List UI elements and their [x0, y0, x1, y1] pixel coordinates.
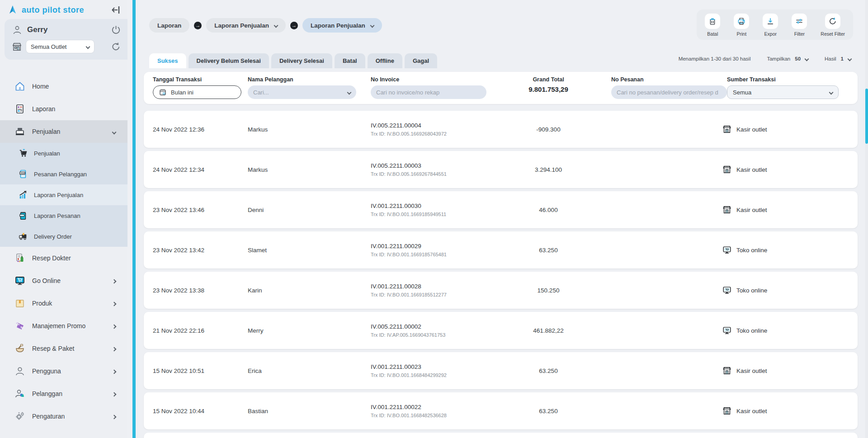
reset-filter-button[interactable]: Reset Filter [821, 14, 845, 37]
storefront-icon [722, 124, 732, 134]
breadcrumb-report-select[interactable]: Laporan Penjualan [302, 18, 382, 33]
transaction-row[interactable]: 23 Nov 2022 13:38 Karin IV.001.2211.0002… [144, 272, 858, 309]
no-invoice-input[interactable] [376, 89, 481, 96]
storefront-icon [722, 406, 732, 416]
user-card: Gerry Semua Outlet [5, 19, 127, 60]
refresh-icon[interactable] [111, 42, 121, 52]
sidebar-item-go-online[interactable]: Go Online [0, 269, 127, 292]
transaction-row[interactable]: 21 Nov 2022 22:16 Merry IV.005.2211.0000… [144, 312, 858, 349]
sidebar-item-resep-dokter[interactable]: Resep Dokter [0, 247, 127, 269]
sidebar-subitem-laporan-pesanan[interactable]: Laporan Pesanan [0, 205, 127, 226]
tab-offline[interactable]: Offline [368, 53, 402, 68]
chevron-right-icon [113, 390, 116, 397]
page-size-select[interactable]: 50 [795, 56, 808, 61]
monitor-icon [722, 325, 732, 335]
tab-sukses[interactable]: Sukses [149, 53, 186, 68]
outlet-select-value: Semua Outlet [31, 43, 67, 50]
action-label: Reset Filter [821, 31, 845, 37]
trx-id: Trx ID: IV.AP.005.1669043761753 [371, 332, 510, 338]
sidebar-item-home[interactable]: Home [0, 75, 127, 98]
chevron-down-icon [274, 23, 278, 28]
order-tablet-icon: ORDER [18, 169, 28, 179]
transaction-row[interactable]: 23 Nov 2022 13:46 Denni IV.001.2211.0003… [144, 191, 858, 228]
batal-button[interactable]: Batal [705, 14, 720, 37]
sidebar-subitem-penjualan[interactable]: Penjualan [0, 143, 127, 164]
transaction-row[interactable]: 24 Nov 2022 12:36 Markus IV.005.2211.000… [144, 111, 858, 148]
action-label: Filter [794, 31, 805, 37]
sidebar-item-produk[interactable]: Produk [0, 292, 127, 315]
sidebar-menu: Home Laporan Penjualan Penjualan [0, 75, 127, 428]
print-button[interactable]: Print [734, 14, 749, 37]
sidebar-item-laporan[interactable]: Laporan [0, 98, 127, 120]
breadcrumb-laporan-penjualan[interactable]: Laporan Penjualan [206, 18, 286, 33]
sidebar-item-resep-paket[interactable]: Resep & Paket [0, 337, 127, 360]
sidebar-item-pelanggan[interactable]: Pelanggan [0, 382, 127, 405]
delivery-truck-icon [18, 231, 28, 241]
tab-label: Delivery Selesai [279, 57, 324, 64]
invoice-number: IV.005.2211.00002 [371, 323, 510, 330]
filter-button[interactable]: Filter [792, 14, 807, 37]
grand-total: Grand Total 9.801.753,29 [510, 76, 587, 104]
tanggal-transaksi-input[interactable] [153, 85, 241, 99]
nama-pelanggan-input[interactable] [253, 89, 348, 96]
outlet-select[interactable]: Semua Outlet [26, 40, 94, 53]
sidebar-item-manajemen-promo[interactable]: % Manajemen Promo [0, 315, 127, 337]
sidebar-subitem-delivery-order[interactable]: Delivery Order [0, 226, 127, 247]
sidebar-item-pengguna[interactable]: Pengguna [0, 360, 127, 382]
invoice-number: IV.001.2211.00023 [371, 363, 510, 370]
filter-no-pesanan: No Pesanan [587, 76, 727, 104]
cart-icon [18, 148, 28, 158]
filter-tanggal: Tanggal Transaksi [153, 76, 248, 104]
customer-icon [14, 388, 25, 399]
tab-delivery-belum-selesai[interactable]: Delivery Belum Selesai [189, 53, 269, 68]
transaction-row[interactable]: 15 Nov 2022 10:51 Erica IV.001.2211.0002… [144, 352, 858, 389]
tab-delivery-selesai[interactable]: Delivery Selesai [271, 53, 332, 68]
source-label: Kasir outlet [736, 166, 767, 173]
power-icon[interactable] [111, 25, 121, 35]
customer-name: Karin [248, 287, 371, 294]
customer-name: Merry [248, 327, 371, 334]
page-select[interactable]: 1 [841, 56, 851, 61]
source-label: Kasir outlet [736, 367, 767, 374]
sidebar-item-penjualan-group[interactable]: Penjualan [0, 120, 127, 143]
scrollbar-thumb[interactable] [865, 89, 868, 144]
customer-name: Denni [248, 207, 371, 213]
transaction-row[interactable]: 15 Nov 2022 10:44 Bastian IV.001.2211.00… [144, 392, 858, 429]
sidebar-item-pengaturan[interactable]: Pengaturan [0, 405, 127, 428]
scrollbar-track[interactable] [865, 0, 868, 438]
mortar-icon [14, 343, 25, 354]
chevron-right-icon [113, 300, 116, 307]
sidebar-subitem-pesanan-pelanggan[interactable]: ORDER Pesanan Pelanggan [0, 164, 127, 184]
chevron-down-icon [848, 57, 852, 61]
sidebar-item-label: Pengaturan [32, 413, 65, 420]
sidebar-collapse-icon[interactable] [111, 5, 121, 15]
transaction-row[interactable]: 23 Nov 2022 13:42 Slamet IV.001.2211.000… [144, 231, 858, 268]
breadcrumb-laporan[interactable]: Laporan [149, 18, 189, 33]
sidebar-item-label: Pelanggan [32, 390, 62, 397]
transaction-amount: 63.250 [510, 367, 587, 374]
filter-label: Nama Pelanggan [248, 76, 371, 83]
transaction-source: Kasir outlet [722, 205, 849, 215]
no-invoice-field[interactable] [371, 85, 486, 99]
filter-sliders-icon [792, 14, 807, 29]
sumber-transaksi-select[interactable]: Semua [727, 85, 839, 99]
transaction-source: Kasir outlet [722, 124, 849, 134]
tab-label: Delivery Belum Selesai [197, 57, 261, 64]
no-pesanan-field[interactable] [611, 85, 727, 99]
tab-gagal[interactable]: Gagal [405, 53, 437, 68]
sidebar-subitem-laporan-penjualan[interactable]: Laporan Penjualan [0, 184, 127, 205]
transaction-row-partial[interactable] [144, 433, 858, 438]
transaction-date: 23 Nov 2022 13:46 [153, 207, 248, 213]
transaction-date: 23 Nov 2022 13:42 [153, 247, 248, 254]
trx-id: Trx ID: IV.BO.001.1668482536628 [371, 413, 510, 418]
nama-pelanggan-combobox[interactable] [248, 85, 356, 99]
tanggal-value[interactable] [171, 89, 236, 96]
no-pesanan-input[interactable] [617, 89, 722, 96]
transaction-amount: 63.250 [510, 247, 587, 254]
product-box-icon [14, 298, 25, 309]
chevron-down-icon [113, 128, 116, 135]
expor-button[interactable]: Expor [763, 14, 778, 37]
tab-batal[interactable]: Batal [335, 53, 365, 68]
transaction-row[interactable]: 24 Nov 2022 12:34 Markus IV.005.2211.000… [144, 151, 858, 188]
transaction-amount: 46.000 [510, 207, 587, 213]
